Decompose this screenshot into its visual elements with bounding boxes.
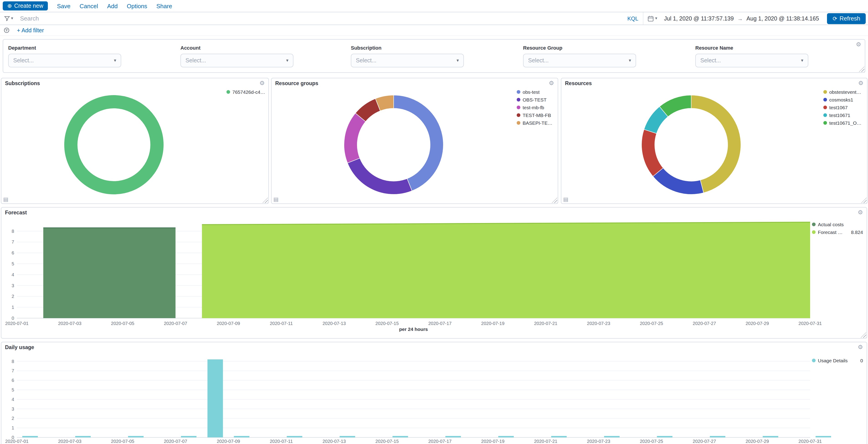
top-nav-bar: ⊕ Create new Save Cancel Add Options Sha… xyxy=(0,0,868,12)
svg-text:0: 0 xyxy=(11,316,14,321)
svg-text:1: 1 xyxy=(11,305,14,310)
svg-text:2020-07-07: 2020-07-07 xyxy=(164,321,187,326)
svg-text:2020-07-29: 2020-07-29 xyxy=(746,439,769,444)
legend-item[interactable]: TEST-MB-FB xyxy=(517,112,554,118)
svg-text:2020-07-01: 2020-07-01 xyxy=(5,439,29,444)
add-filter-link[interactable]: + Add filter xyxy=(17,27,44,33)
start-date[interactable]: Jul 1, 2020 @ 11:37:57.139 xyxy=(661,15,737,22)
resources-donut-chart[interactable] xyxy=(561,78,867,203)
legend-item[interactable]: obstesteventhubs xyxy=(823,89,863,95)
legend-item[interactable]: OBS-TEST xyxy=(517,97,554,102)
daily-usage-bar-chart[interactable]: 0123456782020-07-012020-07-032020-07-052… xyxy=(1,342,867,444)
resize-handle[interactable] xyxy=(859,66,864,72)
gear-icon[interactable]: ⚙ xyxy=(548,79,555,87)
legend-label: test1067 xyxy=(829,105,848,110)
gear-icon[interactable]: ⚙ xyxy=(857,208,864,216)
legend-dot-icon xyxy=(823,113,827,117)
svg-text:2020-07-19: 2020-07-19 xyxy=(481,321,504,326)
svg-text:2020-07-27: 2020-07-27 xyxy=(693,439,716,444)
svg-text:2: 2 xyxy=(11,294,14,299)
svg-text:2020-07-05: 2020-07-05 xyxy=(111,321,134,326)
gear-icon[interactable]: ⚙ xyxy=(855,40,862,48)
control-label: Resource Group xyxy=(523,45,636,50)
legend-toggle-icon[interactable]: ▤ xyxy=(273,197,279,202)
svg-text:7: 7 xyxy=(11,368,14,373)
svg-text:2020-07-15: 2020-07-15 xyxy=(375,439,399,444)
gear-icon[interactable]: ⚙ xyxy=(857,79,864,87)
resource-name-select[interactable]: Select... ▾ xyxy=(695,54,808,67)
svg-text:8: 8 xyxy=(11,229,14,234)
options-menu-item[interactable]: Options xyxy=(127,2,147,9)
save-menu-item[interactable]: Save xyxy=(57,2,70,9)
svg-text:2020-07-27: 2020-07-27 xyxy=(693,321,716,326)
create-new-label: Create new xyxy=(14,3,43,9)
saved-query-menu-button[interactable]: ▾ xyxy=(0,12,17,25)
svg-text:2020-07-03: 2020-07-03 xyxy=(58,439,81,444)
select-placeholder: Select... xyxy=(356,57,457,64)
add-menu-item[interactable]: Add xyxy=(107,2,118,9)
legend-item[interactable]: test-mb-fb xyxy=(517,105,554,110)
control-label: Resource Name xyxy=(695,45,808,50)
department-select[interactable]: Select... ▾ xyxy=(8,54,121,67)
resource-groups-panel: Resource groups ⚙ obs-testOBS-TESTtest-m… xyxy=(271,78,558,204)
account-select[interactable]: Select... ▾ xyxy=(180,54,293,67)
legend-value: 0 xyxy=(856,358,863,363)
svg-text:2020-07-09: 2020-07-09 xyxy=(217,439,240,444)
end-date[interactable]: Aug 1, 2020 @ 11:38:14.165 xyxy=(744,15,822,22)
legend-item[interactable]: test10671_OsDisk_1… xyxy=(823,120,863,126)
filter-sets-button[interactable] xyxy=(4,27,9,33)
legend-item[interactable]: Forecast costs8.824 xyxy=(812,229,863,235)
chevron-down-icon: ▾ xyxy=(11,16,13,21)
chevron-down-icon: ▾ xyxy=(801,58,803,63)
svg-text:2020-07-09: 2020-07-09 xyxy=(217,321,240,326)
chevron-down-icon: ▾ xyxy=(286,58,288,63)
refresh-button[interactable]: ⟳ Refresh xyxy=(827,13,866,24)
legend-value: 8.824 xyxy=(846,229,863,235)
svg-text:2020-07-03: 2020-07-03 xyxy=(58,321,81,326)
subscription-select[interactable]: Select... ▾ xyxy=(351,54,464,67)
svg-text:2: 2 xyxy=(11,416,14,421)
svg-text:4: 4 xyxy=(11,272,14,277)
svg-text:2020-07-23: 2020-07-23 xyxy=(587,439,610,444)
legend-item[interactable]: 7657426d-c4c3-44… xyxy=(226,89,266,95)
legend-item[interactable]: BASEPI-TESTING xyxy=(517,120,554,126)
legend-item[interactable]: cosmosks1 xyxy=(823,97,863,102)
legend: obstesteventhubscosmosks1test1067test106… xyxy=(823,89,863,128)
create-new-button[interactable]: ⊕ Create new xyxy=(3,1,48,10)
cancel-menu-item[interactable]: Cancel xyxy=(80,2,98,9)
search-input[interactable] xyxy=(17,12,623,25)
svg-text:2020-07-15: 2020-07-15 xyxy=(375,321,399,326)
legend-item[interactable]: Usage Details0 xyxy=(812,358,863,363)
legend-toggle-icon[interactable]: ▤ xyxy=(3,197,8,202)
svg-text:5: 5 xyxy=(11,261,14,266)
legend-label: test10671 xyxy=(829,112,850,118)
legend-label: Forecast costs xyxy=(818,229,844,235)
svg-text:1: 1 xyxy=(11,425,14,430)
select-placeholder: Select... xyxy=(528,57,629,64)
forecast-area-chart[interactable]: 0123456782020-07-012020-07-032020-07-052… xyxy=(1,208,867,338)
resource-groups-donut-chart[interactable] xyxy=(272,78,558,203)
kql-toggle[interactable]: KQL xyxy=(623,15,643,22)
refresh-label: Refresh xyxy=(839,15,860,22)
date-picker-button[interactable]: ▾ xyxy=(643,12,661,25)
svg-text:2020-07-23: 2020-07-23 xyxy=(587,321,610,326)
svg-text:2020-07-13: 2020-07-13 xyxy=(322,321,346,326)
legend-dot-icon xyxy=(823,121,827,125)
gear-icon[interactable]: ⚙ xyxy=(258,79,266,87)
legend-toggle-icon[interactable]: ▤ xyxy=(563,197,568,202)
legend-dot-icon xyxy=(517,90,520,94)
share-menu-item[interactable]: Share xyxy=(156,2,172,9)
subscriptions-donut-chart[interactable] xyxy=(1,78,268,203)
svg-text:2020-07-31: 2020-07-31 xyxy=(799,321,822,326)
svg-text:2020-07-29: 2020-07-29 xyxy=(746,321,769,326)
legend-dot-icon xyxy=(823,90,827,94)
resource-group-select[interactable]: Select... ▾ xyxy=(523,54,636,67)
legend-item[interactable]: Actual costs xyxy=(812,221,863,227)
legend-item[interactable]: test1067 xyxy=(823,105,863,110)
legend-item[interactable]: test10671 xyxy=(823,112,863,118)
gear-icon[interactable]: ⚙ xyxy=(857,343,864,351)
legend-item[interactable]: obs-test xyxy=(517,89,554,95)
plus-in-circle-icon: ⊕ xyxy=(7,3,12,9)
svg-text:2020-07-17: 2020-07-17 xyxy=(428,321,452,326)
control-label: Subscription xyxy=(351,45,464,50)
